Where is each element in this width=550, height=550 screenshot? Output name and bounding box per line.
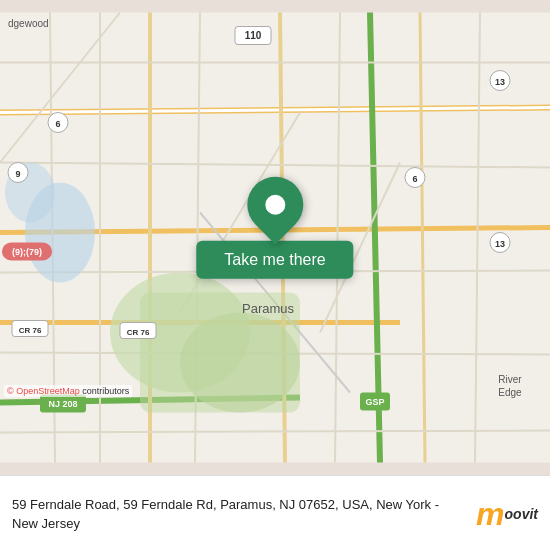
moovit-logo: m oovit [476, 498, 538, 530]
moovit-text: oovit [505, 507, 538, 521]
cta-overlay: Take me there [196, 176, 353, 278]
svg-text:Paramus: Paramus [242, 301, 295, 316]
app-container: 110 6 6 9 13 13 (9);(79) CR 76 C [0, 0, 550, 550]
map-pin [235, 165, 314, 244]
take-me-there-button[interactable]: Take me there [196, 240, 353, 278]
address-text: 59 Ferndale Road, 59 Ferndale Rd, Paramu… [12, 497, 439, 531]
svg-text:River: River [498, 374, 522, 385]
svg-text:dgewood: dgewood [8, 18, 49, 29]
svg-text:6: 6 [412, 174, 417, 184]
svg-text:6: 6 [55, 119, 60, 129]
svg-text:9: 9 [15, 169, 20, 179]
svg-text:GSP: GSP [365, 397, 384, 407]
map-container: 110 6 6 9 13 13 (9);(79) CR 76 C [0, 0, 550, 475]
footer: 59 Ferndale Road, 59 Ferndale Rd, Paramu… [0, 475, 550, 550]
svg-text:110: 110 [245, 30, 262, 41]
map-attribution: © OpenStreetMap contributors [4, 385, 132, 397]
svg-text:13: 13 [495, 77, 505, 87]
openstreetmap-link[interactable]: © OpenStreetMap [7, 386, 80, 396]
svg-text:CR 76: CR 76 [19, 326, 42, 335]
svg-text:13: 13 [495, 239, 505, 249]
attribution-text: © OpenStreetMap contributors [7, 386, 129, 396]
svg-text:(9);(79): (9);(79) [12, 247, 42, 257]
svg-text:NJ 208: NJ 208 [48, 399, 77, 409]
map-pin-inner [265, 194, 285, 214]
moovit-m-letter: m [476, 498, 504, 530]
address-block: 59 Ferndale Road, 59 Ferndale Rd, Paramu… [12, 495, 466, 533]
svg-text:Edge: Edge [498, 387, 522, 398]
svg-text:CR 76: CR 76 [127, 328, 150, 337]
